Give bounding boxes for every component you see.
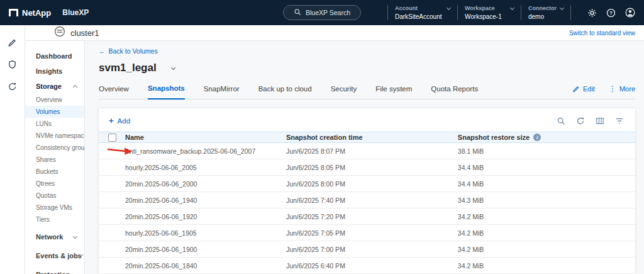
bluexp-search-button[interactable]: BlueXP Search xyxy=(283,5,361,20)
snapshot-name: 20min.2025-06-06_1840 xyxy=(125,262,286,270)
back-to-volumes-link[interactable]: ← Back to Volumes xyxy=(99,47,635,55)
cluster-name: cluster1 xyxy=(70,28,99,38)
sidebar-item-overview[interactable]: Overview xyxy=(25,94,84,106)
snapshot-name: 20min.2025-06-06_1920 xyxy=(125,213,286,220)
divider xyxy=(521,5,521,20)
sidebar-item-buckets[interactable]: Buckets xyxy=(25,166,84,178)
table-refresh-button[interactable] xyxy=(576,117,585,125)
table-row[interactable]: hourly.2025-06-06_2005 Jun/6/2025 8:05 P… xyxy=(99,159,635,176)
add-snapshot-button[interactable]: + Add xyxy=(109,116,130,125)
column-header-creation-time: Snapshot creation time xyxy=(286,134,458,141)
left-icon-rail xyxy=(0,25,25,274)
chevron-up-icon xyxy=(73,84,77,89)
workspace-value: Workspace-1 xyxy=(465,13,514,20)
tab-file-system[interactable]: File system xyxy=(375,85,412,99)
tab-security[interactable]: Security xyxy=(331,85,357,99)
table-row[interactable]: 20min.2025-06-06_2000 Jun/6/2025 8:00 PM… xyxy=(99,176,635,192)
connector-label: Connector xyxy=(528,5,557,11)
sidebar-item-events-jobs[interactable]: Events & jobs xyxy=(25,248,84,263)
snapshot-size: 38.1 MiB xyxy=(458,147,635,155)
main-content: ← Back to Volumes svm1_legal Overview Sn… xyxy=(85,41,644,274)
pencil-icon xyxy=(572,85,580,93)
chevron-down-icon xyxy=(73,271,77,274)
sidebar-item-nvme-namespaces[interactable]: NVMe namespaces xyxy=(25,130,84,142)
chevron-down-icon xyxy=(510,5,514,9)
table-row[interactable]: 20min.2025-06-06_1840 Jun/6/2025 6:40 PM… xyxy=(99,258,635,274)
snapshot-name: hourly.2025-06-06_1905 xyxy=(125,229,286,237)
sidebar-item-tiers[interactable]: Tiers xyxy=(25,214,84,225)
snapshot-time: Jun/6/2025 8:00 PM xyxy=(286,180,458,188)
product-name: BlueXP xyxy=(62,8,89,17)
refresh-icon xyxy=(576,117,585,125)
table-columns-button[interactable] xyxy=(596,117,604,125)
table-row[interactable]: 20min.2025-06-06_1920 Jun/6/2025 7:20 PM… xyxy=(99,208,635,225)
sidebar-item-insights[interactable]: Insights xyxy=(25,64,84,79)
sidebar-item-storage[interactable]: Storage xyxy=(25,79,84,94)
tab-snapshots[interactable]: Snapshots xyxy=(148,84,185,100)
connector-menu[interactable]: Connector demo xyxy=(528,5,564,20)
kebab-icon: ⋮ xyxy=(609,85,616,93)
divider xyxy=(570,5,571,20)
workspace-menu[interactable]: Workspace Workspace-1 xyxy=(465,5,514,20)
info-icon[interactable]: i xyxy=(533,134,541,141)
table-row[interactable]: 20min.2025-06-06_1940 Jun/6/2025 7:40 PM… xyxy=(99,192,635,208)
shield-icon xyxy=(8,60,17,69)
snapshot-name: 20min.2025-06-06_2000 xyxy=(125,180,286,188)
sidebar-item-quotas[interactable]: Quotas xyxy=(25,190,84,202)
sidebar-item-network[interactable]: Network xyxy=(25,229,84,244)
sync-rail-button[interactable] xyxy=(8,82,17,91)
sidebar-item-luns[interactable]: LUNs xyxy=(25,118,84,130)
sidebar-item-volumes[interactable]: Volumes xyxy=(25,106,84,118)
snapshot-time: Jun/6/2025 6:40 PM xyxy=(286,262,458,270)
tab-overview[interactable]: Overview xyxy=(99,85,129,99)
snapshot-size: 34.2 MiB xyxy=(458,246,635,253)
table-search-button[interactable] xyxy=(557,117,565,125)
brand-name: NetApp xyxy=(22,8,51,18)
user-avatar-button[interactable] xyxy=(625,8,635,18)
sidebar-item-protection[interactable]: Protection xyxy=(25,267,84,274)
help-button[interactable]: ? xyxy=(606,8,616,18)
sidebar-item-consistency-groups[interactable]: Consistency groups xyxy=(25,142,84,154)
account-menu[interactable]: Account DarkSiteAccount xyxy=(395,5,450,20)
snapshot-time: Jun/6/2025 7:00 PM xyxy=(286,246,458,253)
page-title: svm1_legal xyxy=(99,62,157,74)
cluster-header-bar: cluster1 Switch to standard view xyxy=(25,25,644,41)
table-filter-button[interactable] xyxy=(615,117,624,125)
gear-icon xyxy=(587,8,597,18)
sidebar-item-shares[interactable]: Shares xyxy=(25,154,84,166)
snapshot-size: 34.2 MiB xyxy=(458,262,635,270)
divider xyxy=(457,5,458,20)
table-header-row: Name Snapshot creation time Snapshot res… xyxy=(99,132,635,143)
snapshot-time: Jun/6/2025 8:05 PM xyxy=(286,164,458,171)
chevron-down-icon xyxy=(447,5,451,9)
tab-snapmirror[interactable]: SnapMirror xyxy=(204,85,240,99)
snapshot-time: Jun/6/2025 7:05 PM xyxy=(286,229,458,237)
sidebar-item-dashboard[interactable]: Dashboard xyxy=(25,49,84,64)
tab-back-up-to-cloud[interactable]: Back up to cloud xyxy=(258,85,312,99)
switch-standard-view-link[interactable]: Switch to standard view xyxy=(569,30,635,37)
table-row[interactable]: Anti_ransomware_backup.2025-06-06_2007 J… xyxy=(99,143,635,159)
netapp-logo-icon xyxy=(9,9,18,16)
select-all-checkbox[interactable] xyxy=(108,134,116,142)
table-row[interactable]: 20min.2025-06-06_1900 Jun/6/2025 7:00 PM… xyxy=(99,241,635,258)
account-value: DarkSiteAccount xyxy=(395,13,450,20)
table-row[interactable]: hourly.2025-06-06_1905 Jun/6/2025 7:05 P… xyxy=(99,225,635,241)
columns-icon xyxy=(596,117,604,125)
pencil-rail-button[interactable] xyxy=(8,38,17,47)
snapshot-name: 20min.2025-06-06_1940 xyxy=(125,197,286,204)
account-label: Account xyxy=(395,5,418,11)
shield-rail-button[interactable] xyxy=(8,60,17,69)
settings-button[interactable] xyxy=(587,8,597,18)
more-button[interactable]: ⋮ More xyxy=(609,85,635,93)
chevron-down-icon xyxy=(73,234,77,238)
edit-button[interactable]: Edit xyxy=(572,85,595,93)
sidebar-item-storage-vms[interactable]: Storage VMs xyxy=(25,202,84,214)
snapshot-time: Jun/6/2025 8:07 PM xyxy=(286,147,458,155)
tab-quota-reports[interactable]: Quota Reports xyxy=(431,85,478,99)
plus-icon: + xyxy=(109,116,114,125)
title-dropdown-caret[interactable] xyxy=(171,65,175,69)
sidebar-item-qtrees[interactable]: Qtrees xyxy=(25,178,84,190)
snapshot-size: 34.2 MiB xyxy=(458,213,635,220)
title-row: svm1_legal xyxy=(99,62,635,74)
snapshot-name: 20min.2025-06-06_1900 xyxy=(125,246,286,253)
